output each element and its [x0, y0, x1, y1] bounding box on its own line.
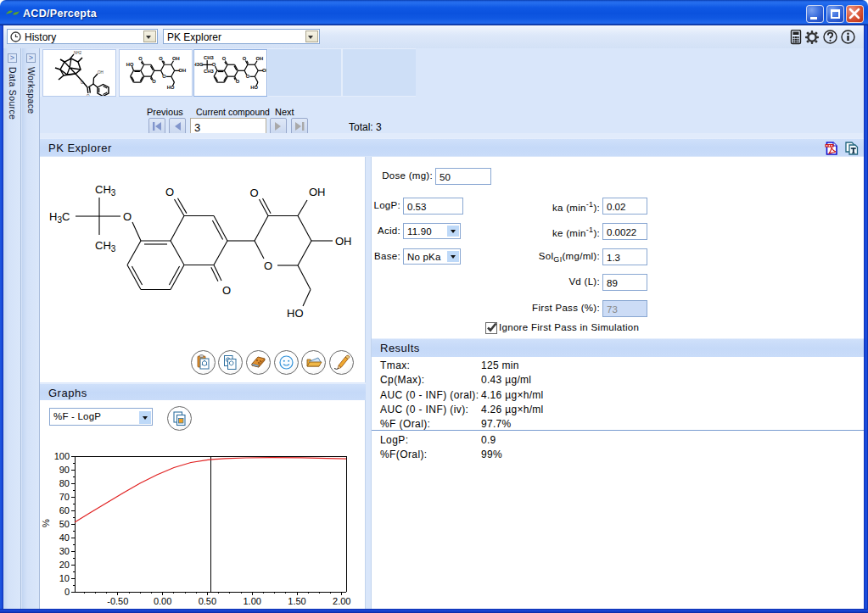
svg-text:OH: OH	[335, 235, 352, 248]
svg-text:0: 0	[64, 587, 70, 597]
svg-text:OH: OH	[172, 56, 180, 61]
svg-text:0.50: 0.50	[199, 596, 216, 606]
svg-text:O: O	[165, 186, 174, 198]
svg-text:100: 100	[54, 451, 70, 461]
svg-text:0.00: 0.00	[154, 596, 171, 606]
svg-text:CH3: CH3	[204, 69, 214, 74]
svg-text:70: 70	[59, 492, 70, 502]
svg-text:OH: OH	[262, 68, 266, 73]
svg-text:O: O	[264, 259, 272, 272]
svg-text:CH3: CH3	[95, 239, 116, 254]
svg-text:O: O	[249, 187, 258, 199]
svg-text:OH: OH	[256, 56, 264, 61]
svg-text:1.50: 1.50	[288, 596, 305, 606]
svg-text:30: 30	[59, 546, 70, 556]
svg-text:OH: OH	[309, 186, 326, 198]
svg-text:50: 50	[59, 519, 70, 529]
svg-text:OH: OH	[98, 70, 104, 75]
svg-text:H3C: H3C	[194, 62, 203, 67]
svg-text:O: O	[87, 94, 90, 96]
svg-text:1.00: 1.00	[243, 596, 260, 606]
svg-text:O: O	[81, 81, 84, 85]
svg-text:O: O	[236, 79, 240, 84]
svg-text:CH3: CH3	[95, 183, 116, 198]
svg-text:CH3: CH3	[204, 55, 214, 60]
svg-text:2.00: 2.00	[333, 596, 350, 606]
svg-text:80: 80	[59, 478, 70, 488]
svg-text:O: O	[123, 210, 132, 223]
svg-text:O: O	[152, 79, 156, 84]
svg-text:O: O	[246, 74, 250, 79]
svg-text:HO: HO	[250, 85, 258, 90]
svg-text:NH2: NH2	[74, 51, 81, 55]
svg-text:O: O	[212, 62, 216, 67]
svg-text:O: O	[162, 74, 166, 79]
svg-text:90: 90	[59, 465, 70, 475]
svg-text:20: 20	[59, 560, 70, 570]
svg-text:-0.50: -0.50	[107, 596, 128, 606]
svg-text:O: O	[222, 284, 231, 297]
svg-text:O: O	[222, 56, 227, 61]
svg-text:40: 40	[59, 532, 70, 543]
svg-text:OH: OH	[178, 68, 186, 73]
svg-text:60: 60	[59, 505, 70, 515]
svg-text:%: %	[41, 519, 51, 527]
svg-text:O: O	[138, 56, 143, 61]
svg-text:O: O	[243, 56, 247, 61]
svg-text:HO: HO	[287, 307, 304, 320]
svg-text:10: 10	[59, 573, 70, 583]
svg-text:HO: HO	[126, 62, 134, 67]
svg-text:H3C: H3C	[49, 210, 70, 225]
svg-text:O: O	[159, 56, 163, 61]
svg-text:HO: HO	[167, 85, 175, 90]
